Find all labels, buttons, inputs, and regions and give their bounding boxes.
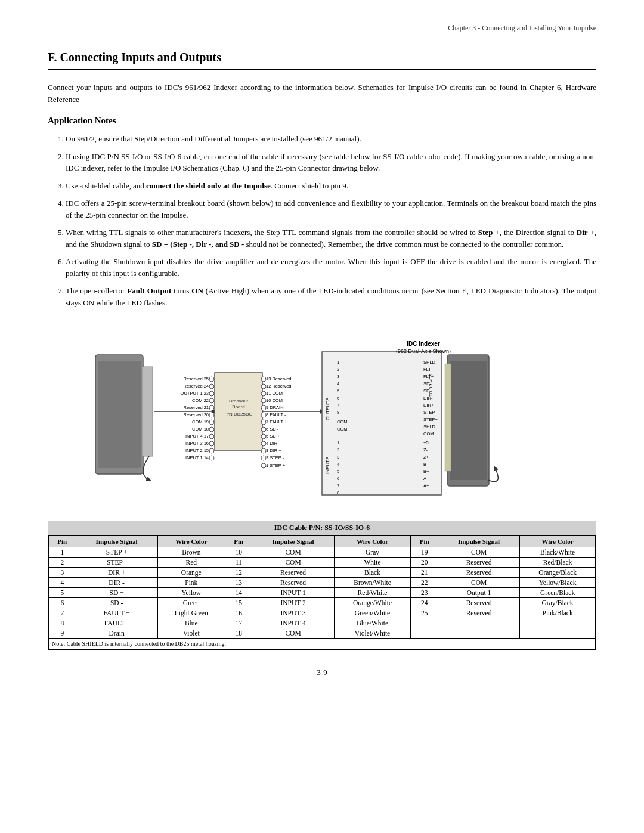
svg-point-30	[209, 448, 214, 453]
page-number: 3-9	[48, 668, 596, 677]
col-pin-2: Pin	[225, 536, 252, 547]
cell-r0-c7: COM	[438, 547, 520, 558]
cell-r5-c0: 6	[49, 598, 76, 608]
cell-r7-c8	[520, 618, 596, 628]
svg-text:6 SD -: 6 SD -	[266, 426, 279, 432]
svg-point-44	[261, 413, 266, 417]
cable-table-wrapper: IDC Cable P/N: SS-IO/SS-IO-6 Pin Impulse…	[48, 521, 596, 650]
svg-text:Z+: Z+	[423, 454, 429, 460]
cell-r7-c4: INPUT 4	[252, 618, 334, 628]
cell-r0-c4: COM	[252, 547, 334, 558]
cell-r6-c5: Green/White	[334, 608, 411, 618]
cell-r8-c4: COM	[252, 628, 334, 639]
svg-point-12	[209, 384, 214, 389]
svg-text:8: 8	[337, 490, 339, 496]
cell-r3-c2: Pink	[157, 578, 225, 588]
note-6: Activating the Shutdown input disables t…	[66, 256, 596, 279]
cell-r6-c0: 7	[49, 608, 76, 618]
cell-r4-c8: Green/Black	[520, 588, 596, 598]
cell-r4-c5: Red/White	[334, 588, 411, 598]
cell-r5-c4: INPUT 2	[252, 598, 334, 608]
cell-r8-c8	[520, 628, 596, 639]
svg-point-42	[261, 405, 266, 410]
cell-r0-c3: 10	[225, 547, 252, 558]
cell-r0-c0: 1	[49, 547, 76, 558]
svg-text:COM  19: COM 19	[192, 419, 209, 425]
cell-r5-c8: Gray/Black	[520, 598, 596, 608]
svg-point-40	[261, 398, 266, 403]
svg-point-56	[261, 456, 266, 460]
svg-point-58	[261, 463, 266, 468]
cell-r2-c6: 21	[411, 568, 438, 578]
cell-r2-c0: 3	[49, 568, 76, 578]
col-wire-2: Wire Color	[334, 536, 411, 547]
svg-text:DIR-: DIR-	[423, 395, 433, 401]
cell-r8-c1: Drain	[76, 628, 157, 639]
cell-r1-c2: Red	[157, 558, 225, 568]
svg-text:Z-: Z-	[423, 447, 428, 453]
svg-text:B-: B-	[423, 462, 428, 467]
cell-r2-c2: Orange	[157, 568, 225, 578]
svg-point-38	[261, 391, 266, 396]
svg-text:7: 7	[337, 402, 339, 408]
svg-text:STEP-: STEP-	[423, 410, 437, 415]
cell-r5-c1: SD -	[76, 598, 157, 608]
svg-text:5: 5	[337, 469, 339, 474]
svg-point-50	[261, 434, 266, 439]
cell-r6-c6: 25	[411, 608, 438, 618]
cell-r2-c8: Orange/Black	[520, 568, 596, 578]
svg-text:FLT-: FLT-	[423, 367, 432, 372]
cell-r2-c7: Reserved	[438, 568, 520, 578]
note5-sd: SD + (Step -, Dir -, and SD -	[152, 240, 244, 249]
cell-r1-c0: 2	[49, 558, 76, 568]
cable-table: Pin Impulse Signal Wire Color Pin Impuls…	[48, 535, 596, 649]
svg-text:STEP+: STEP+	[423, 417, 438, 422]
table-row: 7FAULT +Light Green16INPUT 3Green/White2…	[49, 608, 596, 618]
cell-r4-c0: 5	[49, 588, 76, 598]
cell-r2-c4: Reserved	[252, 568, 334, 578]
svg-text:COM: COM	[337, 426, 348, 432]
cell-r7-c2: Blue	[157, 618, 225, 628]
svg-text:Breakout: Breakout	[229, 398, 249, 404]
svg-text:1 STEP +: 1 STEP +	[266, 463, 286, 468]
svg-text:Reserved 20: Reserved 20	[183, 412, 209, 417]
cell-r3-c6: 22	[411, 578, 438, 588]
cell-r1-c8: Red/Black	[520, 558, 596, 568]
table-row: 3DIR +Orange12ReservedBlack21ReservedOra…	[49, 568, 596, 578]
note7-on: ON	[191, 286, 203, 295]
svg-point-36	[261, 384, 266, 389]
cell-r8-c3: 18	[225, 628, 252, 639]
svg-text:OUTPUT 1 23: OUTPUT 1 23	[181, 391, 209, 396]
svg-text:B+: B+	[423, 469, 429, 474]
svg-text:OUTPUTS: OUTPUTS	[325, 398, 330, 420]
cell-r3-c1: DIR -	[76, 578, 157, 588]
cell-r4-c6: 23	[411, 588, 438, 598]
svg-text:IDC Indexer: IDC Indexer	[407, 340, 440, 347]
note-1: On 961/2, ensure that Step/Direction and…	[66, 133, 596, 145]
svg-text:1: 1	[337, 440, 339, 445]
cell-r0-c2: Brown	[157, 547, 225, 558]
svg-text:COM: COM	[423, 431, 434, 436]
svg-text:12 Reserved: 12 Reserved	[266, 383, 292, 389]
cell-r6-c4: INPUT 3	[252, 608, 334, 618]
svg-text:Reserved 25: Reserved 25	[183, 376, 209, 382]
svg-text:INPUT 1  14: INPUT 1 14	[185, 455, 209, 460]
svg-text:2: 2	[337, 367, 339, 372]
cell-r7-c5: Blue/White	[334, 618, 411, 628]
cell-r6-c8: Pink/Black	[520, 608, 596, 618]
svg-point-26	[209, 434, 214, 439]
table-row: 6SD -Green15INPUT 2Orange/White24Reserve…	[49, 598, 596, 608]
cell-r5-c5: Orange/White	[334, 598, 411, 608]
cell-r8-c7	[438, 628, 520, 639]
cell-r1-c7: Reserved	[438, 558, 520, 568]
chapter-title: F. Connecting Inputs and Outputs	[48, 51, 596, 70]
note-5: When wiring TTL signals to other manufac…	[66, 227, 596, 250]
svg-rect-2	[142, 367, 153, 456]
svg-rect-103	[445, 364, 451, 471]
svg-point-52	[261, 441, 266, 446]
svg-rect-102	[450, 361, 487, 480]
cell-r6-c3: 16	[225, 608, 252, 618]
svg-text:SD-: SD-	[423, 381, 431, 386]
col-wire-3: Wire Color	[520, 536, 596, 547]
table-row: 5SD +Yellow14INPUT 1Red/White23Output 1G…	[49, 588, 596, 598]
